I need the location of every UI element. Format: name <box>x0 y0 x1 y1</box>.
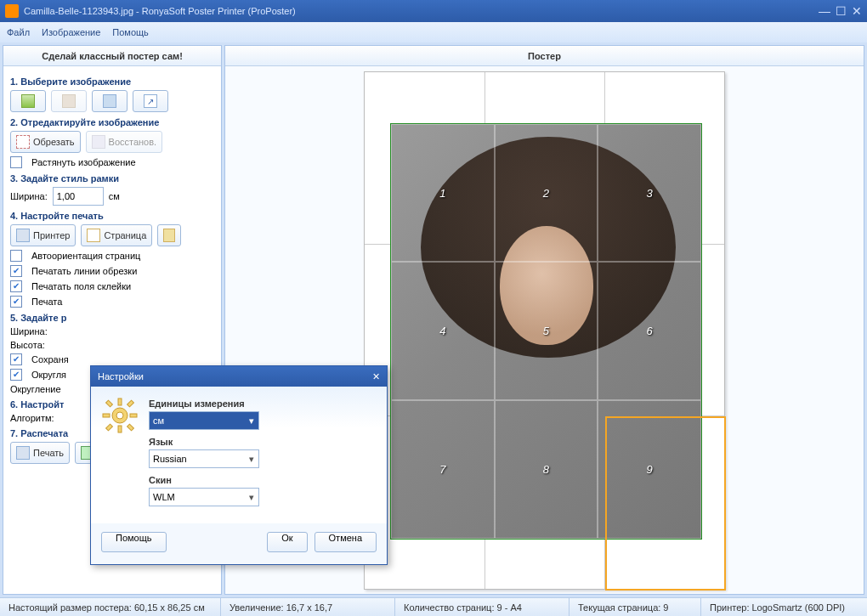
cut-lines-checkbox[interactable] <box>10 265 22 277</box>
tile-8: 8 <box>543 463 549 476</box>
units-dropdown[interactable]: см <box>149 411 259 430</box>
skin-dropdown[interactable]: WLM <box>149 488 259 506</box>
svg-rect-4 <box>130 414 137 417</box>
crop-button[interactable]: Обрезать <box>10 131 81 153</box>
language-label: Язык <box>149 437 377 447</box>
section-1-title: 1. Выберите изображение <box>10 76 214 87</box>
printer-icon <box>16 229 30 242</box>
print-button[interactable]: Печать <box>10 442 70 464</box>
open-icon <box>21 94 35 108</box>
stretch-label: Растянуть изображение <box>31 157 136 167</box>
maximize-button[interactable]: ☐ <box>836 4 847 18</box>
language-dropdown[interactable]: Russian <box>149 449 259 468</box>
status-page-count: Количество страниц: 9 - A4 <box>395 598 570 616</box>
poster-image: 1 2 3 4 5 6 7 8 9 <box>390 123 702 540</box>
print-partial-checkbox[interactable] <box>10 296 22 308</box>
restore-icon <box>92 135 105 149</box>
settings-dialog-titlebar: Настройки ✕ <box>91 366 387 387</box>
auto-orient-checkbox[interactable] <box>10 250 22 262</box>
poster-height-label: Высота: <box>10 340 45 350</box>
svg-rect-2 <box>118 426 122 432</box>
skin-label: Скин <box>149 475 377 485</box>
status-current-page: Текущая страница: 9 <box>570 598 701 616</box>
menu-image[interactable]: Изображение <box>42 27 100 37</box>
external-image-button[interactable] <box>133 90 168 112</box>
svg-rect-5 <box>106 400 113 407</box>
poster-sheet: 1 2 3 4 5 6 7 8 9 <box>364 71 725 590</box>
left-panel-header: Сделай классный постер сам! <box>3 46 221 66</box>
status-printer: Принтер: LogoSmartz (600 DPI) <box>701 598 867 616</box>
settings-dialog: Настройки ✕ Единицы измерения см Язык Ru… <box>90 365 388 565</box>
print-icon <box>16 446 30 460</box>
settings-cancel-button[interactable]: Отмена <box>314 532 377 552</box>
minimize-button[interactable]: — <box>819 4 830 18</box>
poster-width-label: Ширина: <box>10 326 48 336</box>
keep-ratio-checkbox[interactable] <box>10 353 22 365</box>
tile-5: 5 <box>543 325 549 337</box>
settings-dialog-title: Настройки <box>98 371 144 381</box>
stretch-checkbox[interactable] <box>10 156 22 168</box>
settings-icon <box>163 229 175 242</box>
settings-help-button[interactable]: Помощь <box>101 532 167 552</box>
rounding-label: Округление <box>10 384 61 394</box>
border-width-input[interactable]: 1,00 <box>53 187 104 206</box>
status-real-size: Настоящий размер постера: 60,15 x 86,25 … <box>0 598 221 616</box>
svg-point-9 <box>116 412 123 419</box>
glue-fields-checkbox[interactable] <box>10 280 22 292</box>
svg-rect-8 <box>128 424 134 431</box>
tile-2: 2 <box>543 186 549 199</box>
tile-7: 7 <box>439 463 445 476</box>
round-checkbox[interactable] <box>10 369 22 381</box>
svg-rect-6 <box>128 400 134 407</box>
section-2-title: 2. Отредактируйте изображение <box>10 117 214 127</box>
menu-file[interactable]: Файл <box>7 27 30 37</box>
menu-help[interactable]: Помощь <box>112 27 149 37</box>
section-5-title: 5. Задайте р <box>10 313 214 323</box>
close-button[interactable]: ✕ <box>852 4 862 18</box>
tile-3: 3 <box>647 186 653 199</box>
tile-9: 9 <box>647 463 653 476</box>
page-icon <box>87 229 100 242</box>
section-4-title: 4. Настройте печать <box>10 211 214 221</box>
border-width-label: Ширина: <box>10 191 48 201</box>
svg-rect-7 <box>106 424 113 431</box>
open-image-button[interactable] <box>10 90 46 112</box>
page-button[interactable]: Страница <box>81 224 152 246</box>
tile-6: 6 <box>647 325 653 337</box>
settings-ok-button[interactable]: Ок <box>267 532 307 552</box>
window-title: Camilla-Belle-1123943.jpg - RonyaSoft Po… <box>24 6 296 16</box>
restore-button[interactable]: Восстанов. <box>86 131 163 153</box>
svg-rect-3 <box>103 414 110 417</box>
page-settings-button[interactable] <box>157 224 181 246</box>
border-width-unit: см <box>109 191 120 201</box>
app-icon <box>5 4 19 18</box>
menubar: Файл Изображение Помощь <box>0 22 867 42</box>
scan-image-button[interactable] <box>92 90 128 112</box>
tile-4: 4 <box>439 325 445 337</box>
tile-1: 1 <box>439 186 445 199</box>
external-link-icon <box>144 94 157 108</box>
titlebar: Camilla-Belle-1123943.jpg - RonyaSoft Po… <box>0 0 867 22</box>
printer-button[interactable]: Принтер <box>10 224 76 246</box>
scanner-icon <box>103 94 116 108</box>
paste-image-button[interactable] <box>51 90 87 112</box>
algorithm-label: Алгоритм: <box>10 413 54 423</box>
statusbar: Настоящий размер постера: 60,15 x 86,25 … <box>0 597 867 616</box>
paste-icon <box>62 94 76 108</box>
crop-icon <box>16 135 30 149</box>
right-panel-header: Постер <box>225 46 864 66</box>
gear-icon <box>101 397 139 513</box>
status-zoom: Увеличение: 16,7 x 16,7 <box>221 598 395 616</box>
settings-close-button[interactable]: ✕ <box>372 371 380 382</box>
section-3-title: 3. Задайте стиль рамки <box>10 173 214 184</box>
units-label: Единицы измерения <box>149 398 377 409</box>
svg-rect-1 <box>118 398 122 405</box>
